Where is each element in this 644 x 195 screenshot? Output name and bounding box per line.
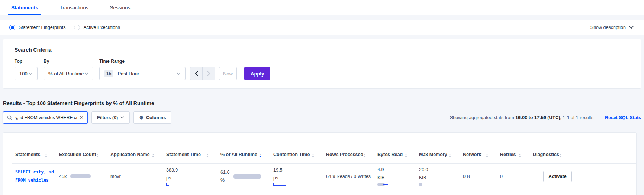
- pct-runtime-value: 61.6: [220, 169, 229, 176]
- top-select-value: 100: [19, 71, 28, 77]
- table-header-row: Statements Execution Count Application N…: [12, 133, 636, 164]
- sort-icon[interactable]: [449, 154, 451, 157]
- search-icon: [7, 115, 12, 120]
- column-header-contention-time[interactable]: Contention Time: [273, 152, 310, 159]
- sort-icon[interactable]: [486, 154, 488, 157]
- chevron-down-icon: [177, 72, 181, 75]
- next-time-window-button[interactable]: [203, 67, 215, 80]
- clear-search-icon[interactable]: ✕: [77, 115, 84, 120]
- sort-icon[interactable]: [152, 154, 154, 157]
- by-select[interactable]: % of All Runtime: [44, 67, 93, 80]
- sql-activity-page: Statements Transactions Sessions Stateme…: [0, 0, 644, 195]
- pct-runtime-unit: %: [220, 176, 229, 184]
- tab-transactions[interactable]: Transactions: [57, 0, 91, 15]
- max-memory-value: 20.0: [419, 166, 459, 174]
- sort-desc-icon[interactable]: [259, 154, 261, 157]
- results-toolbar: y, id FROM vehicles WHERE city = $1 ✕ Fi…: [3, 111, 641, 124]
- sort-icon[interactable]: [405, 154, 407, 157]
- chevron-right-icon: [207, 71, 210, 76]
- by-field: By % of All Runtime: [44, 59, 93, 80]
- bytes-read-unit: KiB: [377, 174, 415, 182]
- statement-fingerprint-link[interactable]: SELECT city, id FROM vehicles: [15, 168, 59, 185]
- by-select-value: % of All Runtime: [48, 71, 84, 77]
- statements-table: Statements Execution Count Application N…: [12, 133, 636, 189]
- time-range-value: Past Hour: [117, 71, 139, 77]
- tab-sessions[interactable]: Sessions: [107, 0, 133, 15]
- column-header-execution-count[interactable]: Execution Count: [59, 152, 96, 159]
- time-range-pager: [190, 67, 215, 80]
- radio-active-executions[interactable]: Active Executions: [74, 25, 120, 30]
- search-input-value: y, id FROM vehicles WHERE city = $1: [15, 115, 77, 120]
- time-range-badge: 1h: [104, 70, 113, 77]
- chevron-down-icon: [629, 26, 634, 29]
- reset-sql-stats-link[interactable]: Reset SQL Stats: [605, 115, 641, 120]
- radio-unselected-icon: [74, 25, 80, 30]
- column-header-pct-runtime[interactable]: % of All Runtime: [220, 152, 257, 159]
- pct-runtime-bar: [233, 174, 261, 179]
- by-label: By: [44, 59, 93, 64]
- statement-time-cell: 383.9 μs: [166, 166, 217, 182]
- radio-selected-icon: [9, 25, 15, 30]
- apply-button[interactable]: Apply: [244, 67, 270, 80]
- rows-processed-value: 64.9 Reads / 0 Writes: [326, 174, 371, 179]
- sort-icon[interactable]: [96, 154, 99, 157]
- execution-count-bar: [70, 174, 91, 178]
- bytes-read-bar: [377, 183, 389, 186]
- columns-button[interactable]: ⚙ Columns: [133, 111, 171, 124]
- top-field: Top 100: [15, 59, 38, 80]
- radio-statement-fingerprints-label: Statement Fingerprints: [19, 25, 65, 30]
- previous-time-window-button[interactable]: [190, 67, 203, 80]
- top-select[interactable]: 100: [15, 67, 38, 80]
- execution-count-value: 45k: [59, 174, 67, 179]
- column-header-statements[interactable]: Statements: [15, 152, 40, 159]
- radio-statement-fingerprints[interactable]: Statement Fingerprints: [9, 25, 65, 30]
- aggregated-stats-text: Showing aggregated stats from 16:00 to 1…: [450, 115, 593, 120]
- application-name-value: movr: [110, 174, 121, 179]
- top-label: Top: [15, 59, 38, 64]
- statement-time-bar: [166, 183, 169, 186]
- sort-icon[interactable]: [519, 154, 521, 157]
- show-description-toggle[interactable]: Show description: [590, 25, 634, 30]
- contention-time-unit: μs: [273, 174, 322, 182]
- column-header-application-name[interactable]: Application Name: [110, 152, 150, 159]
- column-header-retries[interactable]: Retries: [500, 152, 516, 159]
- sort-icon[interactable]: [206, 154, 209, 157]
- pct-runtime-cell: 61.6 %: [220, 169, 229, 184]
- network-value: 0 B: [463, 174, 470, 179]
- stats-time-range: 16:00 to 17:59 (UTC): [515, 115, 560, 120]
- column-header-max-memory[interactable]: Max Memory: [419, 152, 447, 159]
- sort-icon[interactable]: [560, 154, 562, 157]
- bytes-read-cell: 4.9 KiB: [377, 166, 415, 182]
- sort-icon[interactable]: [363, 154, 366, 157]
- activate-diagnostics-button[interactable]: Activate: [543, 171, 572, 182]
- column-header-bytes-read[interactable]: Bytes Read: [377, 152, 403, 159]
- now-button[interactable]: Now: [219, 67, 237, 80]
- tab-statements[interactable]: Statements: [8, 0, 41, 15]
- column-header-statement-time[interactable]: Statement Time: [166, 152, 201, 159]
- search-criteria-title: Search Criteria: [15, 47, 632, 53]
- vertical-divider: [599, 113, 599, 122]
- view-mode-bar: Statement Fingerprints Active Executions…: [0, 20, 644, 35]
- sort-icon[interactable]: [45, 154, 47, 157]
- max-memory-cell: 20.0 KiB: [419, 166, 459, 182]
- max-memory-unit: KiB: [419, 174, 459, 182]
- time-range-field: Time Range 1h Past Hour: [99, 59, 186, 80]
- column-header-diagnostics[interactable]: Diagnostics: [533, 152, 559, 159]
- radio-active-executions-label: Active Executions: [83, 25, 120, 30]
- search-input[interactable]: y, id FROM vehicles WHERE city = $1 ✕: [3, 111, 88, 124]
- tab-bar: Statements Transactions Sessions: [0, 0, 644, 15]
- statement-time-value: 383.9: [166, 166, 217, 174]
- filters-button[interactable]: Filters (0): [91, 111, 130, 124]
- time-range-label: Time Range: [99, 59, 186, 64]
- filters-button-label: Filters (0): [97, 115, 118, 120]
- chevron-down-icon: [84, 72, 88, 75]
- chevron-down-icon: [120, 116, 124, 119]
- statements-table-card: Statements Execution Count Application N…: [3, 132, 637, 195]
- chevron-down-icon: [29, 72, 33, 75]
- stats-prefix: Showing aggregated stats from: [450, 115, 516, 120]
- sort-icon[interactable]: [312, 154, 314, 157]
- column-header-network[interactable]: Network: [463, 152, 481, 159]
- time-range-select[interactable]: 1h Past Hour: [99, 67, 186, 80]
- max-memory-bar: [419, 183, 422, 186]
- column-header-rows-processed[interactable]: Rows Processed: [326, 152, 363, 159]
